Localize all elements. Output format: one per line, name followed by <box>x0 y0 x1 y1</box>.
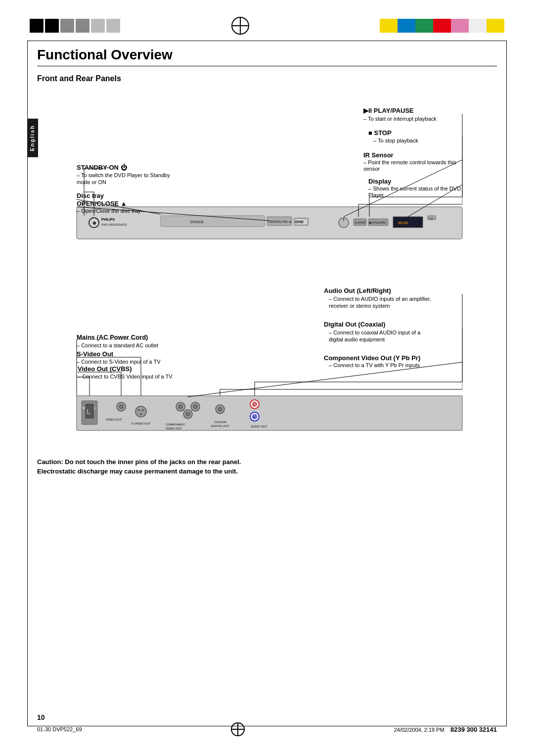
svg-text:– Point the remote control tow: – Point the remote control towards this <box>363 159 456 165</box>
svg-text:PHILIPS: PHILIPS <box>101 218 115 221</box>
svg-text:DIGITAL OUT: DIGITAL OUT <box>211 425 229 427</box>
svg-text:– Shows the current status of : – Shows the current status of the DVD <box>368 186 461 191</box>
svg-text:OPEN/CLOSE ▲: OPEN/CLOSE ▲ <box>77 200 127 207</box>
svg-text:– Connect to CVBS Video input : – Connect to CVBS Video input of a TV <box>78 374 173 379</box>
svg-text:sensor: sensor <box>363 166 380 172</box>
svg-text:– To start or interrupt playba: – To start or interrupt playback <box>363 116 437 122</box>
front-panel-diagram: ⊕ PHILIPS DVD VIDEO/SACD DVD/CD OPEN/CLO… <box>37 88 497 253</box>
svg-text:digital audio equipment: digital audio equipment <box>329 336 385 342</box>
svg-text:Video Out (CVBS): Video Out (CVBS) <box>78 365 132 373</box>
svg-text:▶II PLAY/PAUSE: ▶II PLAY/PAUSE <box>363 107 414 114</box>
svg-text:DVD: DVD <box>295 220 304 224</box>
svg-text:Digital Out (Coaxial): Digital Out (Coaxial) <box>324 321 385 328</box>
rear-panel-diagram: MAINS ~ L VIDEO OUT S-VIDEO OUT COMPONEN… <box>37 268 497 443</box>
caution-section: Caution: Do not touch the inner pins of … <box>37 458 497 475</box>
page-title: Functional Overview <box>37 47 497 66</box>
svg-text:– Connect to AUDIO inputs of a: – Connect to AUDIO inputs of an amplifie… <box>329 296 431 302</box>
svg-point-58 <box>119 405 123 409</box>
svg-text:Component Video Out (Y Pb Pr): Component Video Out (Y Pb Pr) <box>324 354 420 362</box>
svg-text:COMPONENT: COMPONENT <box>166 423 185 426</box>
svg-rect-51 <box>77 396 462 430</box>
caution-text-1: Caution: Do not touch the inner pins of … <box>37 458 497 466</box>
caution-text-2: Electrostatic discharge may cause perman… <box>37 468 497 475</box>
border-top <box>27 41 507 41</box>
svg-point-60 <box>135 406 146 417</box>
svg-text:L: L <box>87 408 91 416</box>
svg-text:– To switch the DVD Player to : – To switch the DVD Player to Standby <box>77 172 170 178</box>
svg-text:Display: Display <box>368 178 392 185</box>
svg-text:– To stop playback: – To stop playback <box>373 138 418 143</box>
svg-text:▶II PLAY/PL: ▶II PLAY/PL <box>369 221 387 224</box>
svg-text:VIDEO OUT: VIDEO OUT <box>166 427 182 430</box>
svg-text:S-Video Out: S-Video Out <box>77 350 114 358</box>
main-content: Functional Overview Front and Rear Panel… <box>37 47 497 477</box>
front-panel-svg: ⊕ PHILIPS DVD VIDEO/SACD DVD/CD OPEN/CLO… <box>37 88 482 251</box>
crosshair-mark <box>231 17 249 35</box>
svg-text:88:88: 88:88 <box>398 221 408 225</box>
svg-point-61 <box>138 409 140 411</box>
registration-marks-left <box>30 19 120 33</box>
color-registration-marks <box>380 19 504 33</box>
svg-point-63 <box>140 413 142 415</box>
svg-text:– Open/Close the disc tray: – Open/Close the disc tray <box>77 208 141 214</box>
svg-text:receiver or stereo system: receiver or stereo system <box>329 303 390 309</box>
svg-text:Mains (AC Power Cord): Mains (AC Power Cord) <box>77 333 148 341</box>
svg-text:–   Connect to a standard AC o: – Connect to a standard AC outlet <box>77 342 158 348</box>
svg-point-74 <box>218 407 222 411</box>
svg-text:AUDIO OUT: AUDIO OUT <box>251 425 267 428</box>
svg-line-111 <box>188 362 462 397</box>
svg-text:VIDEO OUT: VIDEO OUT <box>105 418 122 421</box>
svg-text:❑❑: ❑❑ <box>429 217 433 220</box>
svg-text:–  Connect to S-Video input of: – Connect to S-Video input of a TV <box>77 359 161 365</box>
svg-text:OPEN/CLOSE ▲: OPEN/CLOSE ▲ <box>268 220 292 223</box>
svg-point-70 <box>186 412 190 416</box>
svg-point-68 <box>193 405 197 409</box>
page-number: 10 <box>37 713 45 721</box>
svg-text:DVD VIDEO/SACD: DVD VIDEO/SACD <box>101 223 127 226</box>
section-heading: Front and Rear Panels <box>37 74 497 83</box>
top-bar <box>0 19 534 33</box>
svg-text:⊕: ⊕ <box>92 221 96 226</box>
svg-text:Audio Out (Left/Right): Audio Out (Left/Right) <box>324 287 391 294</box>
svg-text:DVD/CD: DVD/CD <box>190 220 204 224</box>
svg-text:S-VIDEO OUT: S-VIDEO OUT <box>131 422 150 425</box>
footer-left: 01-30 DVP522_69 <box>37 726 82 732</box>
svg-text:mode or ON: mode or ON <box>77 179 106 185</box>
svg-text:IR Sensor: IR Sensor <box>363 151 394 159</box>
svg-text:■ STOP: ■ STOP <box>368 129 392 137</box>
language-tab: English <box>27 119 38 157</box>
footer-right: 24/02/2004, 2:19 PM 8239 300 32141 <box>394 726 497 733</box>
border-right <box>506 41 507 726</box>
svg-text:COAXIAL: COAXIAL <box>214 421 227 424</box>
svg-text:● STOP: ● STOP <box>355 221 366 224</box>
svg-rect-5 <box>161 216 265 227</box>
footer: 01-30 DVP522_69 24/02/2004, 2:19 PM 8239… <box>37 722 497 736</box>
svg-text:– Connect to a TV with Y Pb Pr: – Connect to a TV with Y Pb Pr inputs <box>329 362 420 368</box>
rear-panel-svg: MAINS ~ L VIDEO OUT S-VIDEO OUT COMPONEN… <box>37 268 482 441</box>
svg-text:Disc tray: Disc tray <box>77 192 104 199</box>
svg-text:– Connect to coaxial AUDIO inp: – Connect to coaxial AUDIO input of a <box>329 330 421 335</box>
svg-point-66 <box>178 405 182 409</box>
svg-point-62 <box>142 409 144 411</box>
footer-crosshair <box>231 722 245 736</box>
svg-text:Player: Player <box>368 192 384 198</box>
svg-text:R: R <box>253 416 256 419</box>
